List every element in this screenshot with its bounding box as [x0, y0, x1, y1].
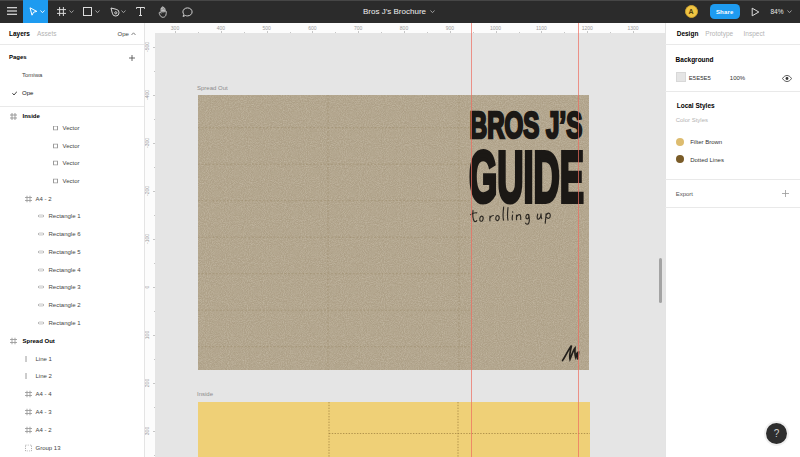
svg-text:GUIDE: GUIDE [469, 136, 584, 217]
